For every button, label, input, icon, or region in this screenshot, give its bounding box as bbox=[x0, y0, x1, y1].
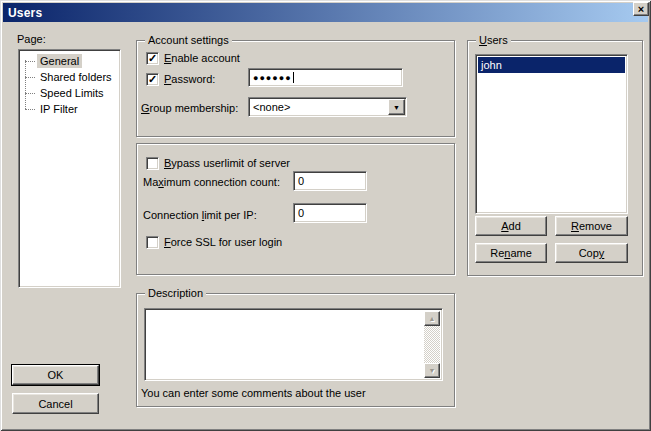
password-input[interactable]: ●●●●●● bbox=[248, 68, 403, 87]
remove-user-button[interactable]: Remove bbox=[555, 216, 628, 236]
ok-button-label: OK bbox=[48, 369, 64, 381]
force-ssl-checkbox[interactable] bbox=[146, 236, 159, 249]
page-tree[interactable]: General Shared folders Speed Limits IP F… bbox=[18, 49, 121, 288]
vertical-scrollbar[interactable]: ▲ ▼ bbox=[424, 311, 440, 378]
cancel-button-label: Cancel bbox=[38, 398, 72, 410]
tree-branch-icon bbox=[25, 109, 35, 110]
description-hint: You can enter some comments about the us… bbox=[141, 387, 366, 400]
tree-item-label: IP Filter bbox=[37, 102, 81, 116]
description-textarea[interactable]: ▲ ▼ bbox=[144, 308, 443, 381]
password-label: Password: bbox=[164, 73, 215, 86]
tree-item-label: General bbox=[37, 54, 82, 68]
tree-item-speed-limits[interactable]: Speed Limits bbox=[19, 85, 120, 101]
bypass-userlimit-label: Bypass userlimit of server bbox=[164, 157, 290, 170]
scroll-up-icon: ▲ bbox=[429, 315, 436, 322]
tree-item-label: Speed Limits bbox=[37, 86, 107, 100]
account-settings-title: Account settings bbox=[145, 34, 232, 47]
max-connection-count-value: 0 bbox=[298, 175, 304, 187]
tree-item-general[interactable]: General bbox=[19, 53, 120, 69]
window-title: Users bbox=[8, 6, 42, 20]
checkmark-icon: ✓ bbox=[148, 75, 157, 84]
user-list-item[interactable]: john bbox=[478, 57, 625, 73]
ok-button[interactable]: OK bbox=[12, 365, 99, 385]
user-name: john bbox=[481, 59, 502, 71]
tree-branch-icon bbox=[25, 93, 35, 94]
tree-item-shared-folders[interactable]: Shared folders bbox=[19, 69, 120, 85]
password-checkbox[interactable]: ✓ bbox=[146, 73, 159, 86]
group-membership-select[interactable]: <none> ▼ bbox=[248, 97, 407, 117]
enable-account-label: Enable account bbox=[164, 52, 240, 65]
remove-button-label: Remove bbox=[571, 220, 612, 232]
title-bar[interactable]: Users bbox=[3, 3, 648, 22]
page-label: Page: bbox=[17, 33, 46, 46]
tree-branch-icon bbox=[25, 61, 35, 62]
bypass-userlimit-checkbox[interactable] bbox=[146, 157, 159, 170]
text-cursor bbox=[293, 72, 294, 83]
checkmark-icon: ✓ bbox=[148, 54, 157, 63]
users-dialog: Users × Page: General Shared folders Spe… bbox=[0, 0, 651, 431]
enable-account-checkbox[interactable]: ✓ bbox=[146, 52, 159, 65]
connection-limit-per-ip-input[interactable]: 0 bbox=[293, 203, 367, 223]
description-title: Description bbox=[145, 287, 206, 300]
group-membership-label: Group membership: bbox=[141, 102, 238, 115]
copy-button-label: Copy bbox=[579, 247, 605, 259]
group-membership-value: <none> bbox=[253, 101, 290, 113]
scrollbar-track[interactable] bbox=[424, 326, 440, 363]
dropdown-button[interactable]: ▼ bbox=[388, 99, 405, 115]
scroll-down-button[interactable]: ▼ bbox=[424, 363, 440, 378]
tree-item-label: Shared folders bbox=[37, 70, 115, 84]
users-listbox[interactable]: john bbox=[475, 54, 628, 214]
rename-button-label: Rename bbox=[490, 247, 532, 259]
chevron-down-icon: ▼ bbox=[393, 104, 400, 111]
connection-limit-per-ip-value: 0 bbox=[298, 207, 304, 219]
tree-branch-icon bbox=[25, 77, 35, 78]
force-ssl-label: Force SSL for user login bbox=[164, 236, 282, 249]
add-button-label: Add bbox=[501, 220, 521, 232]
scroll-up-button[interactable]: ▲ bbox=[424, 311, 440, 326]
add-user-button[interactable]: Add bbox=[475, 216, 547, 236]
scroll-down-icon: ▼ bbox=[429, 367, 436, 374]
connection-limit-per-ip-label: Connection limit per IP: bbox=[143, 209, 257, 222]
close-icon: × bbox=[638, 4, 644, 14]
cancel-button[interactable]: Cancel bbox=[12, 393, 99, 414]
max-connection-count-label: Maximum connection count: bbox=[143, 176, 280, 189]
password-masked-value: ●●●●●● bbox=[253, 73, 292, 83]
tree-item-ip-filter[interactable]: IP Filter bbox=[19, 101, 120, 117]
rename-user-button[interactable]: Rename bbox=[475, 243, 547, 263]
close-button[interactable]: × bbox=[633, 2, 649, 16]
max-connection-count-input[interactable]: 0 bbox=[293, 171, 367, 191]
users-group-title: Users bbox=[476, 34, 511, 47]
copy-user-button[interactable]: Copy bbox=[555, 243, 628, 263]
